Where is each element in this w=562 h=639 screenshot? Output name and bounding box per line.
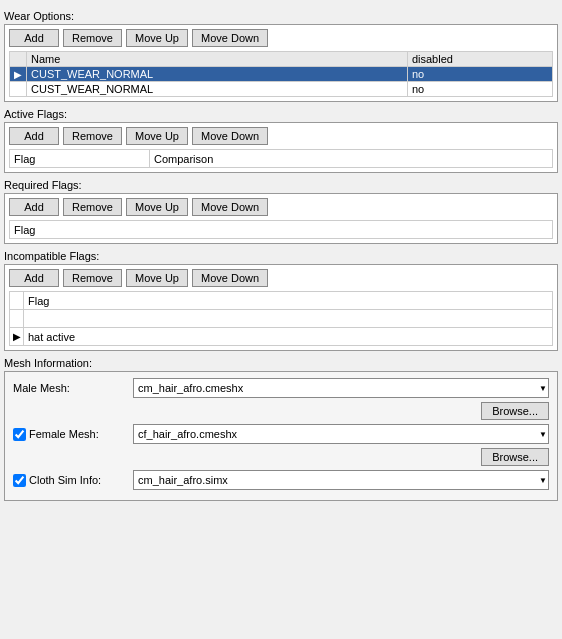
row-arrow: ▶ [10,67,27,82]
male-mesh-select[interactable]: cm_hair_afro.cmeshx [133,378,549,398]
wear-add-button[interactable]: Add [9,29,59,47]
incompatible-add-button[interactable]: Add [9,269,59,287]
incompat-row-arrow: ▶ [10,328,24,346]
incompatible-flags-label: Incompatible Flags: [4,250,558,262]
wear-options-label: Wear Options: [4,10,558,22]
active-flags-label: Active Flags: [4,108,558,120]
required-flags-toolbar: Add Remove Move Up Move Down [9,198,553,216]
incompatible-table-row[interactable] [10,310,553,328]
male-browse-row: Browse... [13,402,549,420]
wear-options-table: Name disabled ▶ CUST_WEAR_NORMAL no CUST… [9,51,553,97]
cloth-sim-checkbox[interactable] [13,474,26,487]
cloth-sim-label: Cloth Sim Info: [13,474,133,487]
wear-table-row[interactable]: CUST_WEAR_NORMAL no [10,82,553,97]
active-comparison-col: Comparison [150,150,553,168]
wear-col-disabled: disabled [407,52,552,67]
active-flag-col: Flag [10,150,150,168]
incompatible-move-down-button[interactable]: Move Down [192,269,268,287]
active-flags-section: Add Remove Move Up Move Down Flag Compar… [4,122,558,173]
male-mesh-row: Male Mesh: cm_hair_afro.cmeshx ▼ [13,378,549,398]
wear-name-cell: CUST_WEAR_NORMAL [27,82,408,97]
female-browse-row: Browse... [13,448,549,466]
female-mesh-checkbox[interactable] [13,428,26,441]
active-remove-button[interactable]: Remove [63,127,122,145]
incompat-row-arrow [10,310,24,328]
female-mesh-row: Female Mesh: cf_hair_afro.cmeshx ▼ [13,424,549,444]
required-remove-button[interactable]: Remove [63,198,122,216]
incompat-flag-cell [24,310,553,328]
wear-table-row[interactable]: ▶ CUST_WEAR_NORMAL no [10,67,553,82]
row-arrow [10,82,27,97]
cloth-sim-select-wrapper: cm_hair_afro.simx ▼ [133,470,549,490]
wear-name-cell: CUST_WEAR_NORMAL [27,67,408,82]
female-mesh-select-wrapper: cf_hair_afro.cmeshx ▼ [133,424,549,444]
wear-disabled-cell: no [407,82,552,97]
mesh-info-section: Male Mesh: cm_hair_afro.cmeshx ▼ Browse.… [4,371,558,501]
female-browse-button[interactable]: Browse... [481,448,549,466]
wear-col-arrow [10,52,27,67]
wear-move-down-button[interactable]: Move Down [192,29,268,47]
wear-options-section: Add Remove Move Up Move Down Name disabl… [4,24,558,102]
mesh-info-label: Mesh Information: [4,357,558,369]
required-move-up-button[interactable]: Move Up [126,198,188,216]
active-move-down-button[interactable]: Move Down [192,127,268,145]
male-mesh-label: Male Mesh: [13,382,133,394]
active-flags-toolbar: Add Remove Move Up Move Down [9,127,553,145]
incompatible-remove-button[interactable]: Remove [63,269,122,287]
male-browse-button[interactable]: Browse... [481,402,549,420]
female-mesh-label: Female Mesh: [13,428,133,441]
active-add-button[interactable]: Add [9,127,59,145]
incompatible-flags-table: Flag ▶ hat active [9,291,553,346]
incompatible-move-up-button[interactable]: Move Up [126,269,188,287]
cloth-sim-select[interactable]: cm_hair_afro.simx [133,470,549,490]
required-add-button[interactable]: Add [9,198,59,216]
incompat-arrow-col [10,292,24,310]
required-flags-label: Required Flags: [4,179,558,191]
female-mesh-select[interactable]: cf_hair_afro.cmeshx [133,424,549,444]
wear-remove-button[interactable]: Remove [63,29,122,47]
wear-move-up-button[interactable]: Move Up [126,29,188,47]
active-move-up-button[interactable]: Move Up [126,127,188,145]
required-flags-section: Add Remove Move Up Move Down Flag [4,193,558,244]
cloth-sim-row: Cloth Sim Info: cm_hair_afro.simx ▼ [13,470,549,490]
wear-col-name: Name [27,52,408,67]
wear-disabled-cell: no [407,67,552,82]
required-move-down-button[interactable]: Move Down [192,198,268,216]
incompatible-table-row[interactable]: ▶ hat active [10,328,553,346]
male-mesh-select-wrapper: cm_hair_afro.cmeshx ▼ [133,378,549,398]
incompat-flag-cell: hat active [24,328,553,346]
required-flag-col: Flag [10,221,553,239]
wear-options-toolbar: Add Remove Move Up Move Down [9,29,553,47]
incompat-flag-col: Flag [24,292,553,310]
incompatible-flags-toolbar: Add Remove Move Up Move Down [9,269,553,287]
incompatible-flags-section: Add Remove Move Up Move Down Flag ▶ hat … [4,264,558,351]
